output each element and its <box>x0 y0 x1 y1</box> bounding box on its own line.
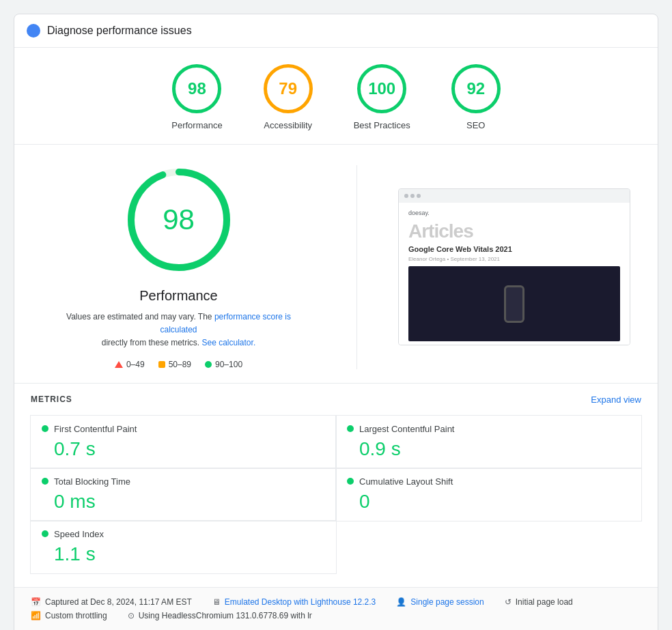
metric-si-dot <box>42 530 48 537</box>
footer-throttling-text: Custom throttling <box>45 611 107 620</box>
monitor-icon: 🖥 <box>212 597 221 607</box>
big-score-circle: 98 <box>124 165 234 274</box>
metric-fcp-value: 0.7 s <box>42 438 325 460</box>
legend-dot-icon <box>205 361 212 368</box>
score-label-seo: SEO <box>466 120 485 130</box>
footer-session: 👤 Single page session <box>396 597 484 607</box>
perf-desc-text3: directly from these metrics. <box>102 338 199 347</box>
screenshot-dot3 <box>417 194 421 198</box>
footer-section: 📅 Captured at Dec 8, 2024, 11:17 AM EST … <box>14 587 658 630</box>
screenshot-site: doesay. <box>408 210 620 216</box>
metric-tbt-dot <box>42 478 48 485</box>
legend-bad-range: 0–49 <box>126 360 145 369</box>
legend-good-range: 90–100 <box>215 360 242 369</box>
score-performance[interactable]: 98 Performance <box>171 64 222 130</box>
score-label-best-practices: Best Practices <box>354 120 410 130</box>
screenshot-article-title: Google Core Web Vitals 2021 <box>408 245 620 253</box>
metrics-title: METRICS <box>31 395 72 404</box>
metric-cls-value: 0 <box>347 491 630 513</box>
footer-info: 📅 Captured at Dec 8, 2024, 11:17 AM EST … <box>31 597 641 620</box>
legend-item-good: 90–100 <box>205 360 242 369</box>
header-icon <box>27 24 40 38</box>
metric-tbt-header: Total Blocking Time <box>42 476 325 487</box>
legend-item-bad: 0–49 <box>115 360 145 369</box>
metrics-header: METRICS Expand view <box>31 395 641 405</box>
metric-si-header: Speed Index <box>42 529 325 539</box>
score-seo[interactable]: 92 SEO <box>451 64 501 130</box>
calendar-icon: 📅 <box>31 597 41 607</box>
screenshot-dot2 <box>410 194 415 198</box>
footer-initial-load-text: Initial page load <box>516 597 573 607</box>
perf-desc-text1: Values are estimated and may vary. The <box>66 312 212 321</box>
score-label-accessibility: Accessibility <box>264 120 312 130</box>
metric-si-name: Speed Index <box>54 529 104 539</box>
perf-description: Values are estimated and may vary. The p… <box>49 311 309 350</box>
footer-throttling: 📶 Custom throttling <box>31 611 107 620</box>
metric-cls-dot <box>347 478 354 485</box>
metric-cls: Cumulative Layout Shift 0 <box>335 468 642 521</box>
see-calculator-link[interactable]: See calculator. <box>202 338 256 347</box>
metric-cls-header: Cumulative Layout Shift <box>347 476 630 487</box>
screenshot-image <box>408 266 620 341</box>
main-container: Diagnose performance issues 98 Performan… <box>14 14 658 630</box>
screenshot-dot1 <box>404 194 408 198</box>
chrome-icon: ⊙ <box>128 611 135 620</box>
score-label-performance: Performance <box>171 120 222 130</box>
refresh-icon: ↺ <box>505 597 512 607</box>
metrics-section: METRICS Expand view First Contentful Pai… <box>14 384 658 587</box>
legend-square-icon <box>158 361 165 368</box>
perf-title: Performance <box>139 288 218 304</box>
metric-lcp-header: Largest Contentful Paint <box>347 424 630 434</box>
header-title: Diagnose performance issues <box>47 25 192 37</box>
metric-lcp: Largest Contentful Paint 0.9 s <box>335 415 642 469</box>
legend-triangle-icon <box>115 361 123 368</box>
metric-si-value: 1.1 s <box>42 543 325 565</box>
metric-lcp-value: 0.9 s <box>347 438 630 460</box>
legend: 0–49 50–89 90–100 <box>115 360 242 369</box>
footer-device: 🖥 Emulated Desktop with Lighthouse 12.2.… <box>212 597 376 607</box>
metric-lcp-dot <box>347 425 354 432</box>
footer-captured-text: Captured at Dec 8, 2024, 11:17 AM EST <box>45 597 192 607</box>
footer-device-link[interactable]: Emulated Desktop with Lighthouse 12.2.3 <box>225 597 376 607</box>
person-icon: 👤 <box>396 597 406 607</box>
score-circle-accessibility: 79 <box>264 64 313 113</box>
big-score-text: 98 <box>163 203 195 236</box>
metric-tbt: Total Blocking Time 0 ms <box>30 468 337 521</box>
score-best-practices[interactable]: 100 Best Practices <box>354 64 410 130</box>
metric-fcp-header: First Contentful Paint <box>42 424 325 434</box>
screenshot-content: doesay. Articles Google Core Web Vitals … <box>399 203 630 345</box>
perf-left: 98 Performance Values are estimated and … <box>42 165 316 369</box>
footer-session-link[interactable]: Single page session <box>410 597 484 607</box>
metric-tbt-name: Total Blocking Time <box>54 476 130 487</box>
footer-browser: ⊙ Using HeadlessChromium 131.0.6778.69 w… <box>128 611 312 620</box>
screenshot-topbar <box>399 189 630 203</box>
footer-captured: 📅 Captured at Dec 8, 2024, 11:17 AM EST <box>31 597 192 607</box>
header: Diagnose performance issues <box>14 14 658 48</box>
metric-fcp-name: First Contentful Paint <box>54 424 137 434</box>
vertical-divider <box>356 165 357 369</box>
score-circle-best-practices: 100 <box>357 64 406 113</box>
scores-section: 98 Performance 79 Accessibility 100 Best… <box>14 48 658 145</box>
expand-view-button[interactable]: Expand view <box>591 395 641 405</box>
metric-lcp-name: Largest Contentful Paint <box>359 424 454 434</box>
metric-fcp: First Contentful Paint 0.7 s <box>30 415 337 469</box>
metric-tbt-value: 0 ms <box>42 491 325 513</box>
footer-initial-load: ↺ Initial page load <box>505 597 573 607</box>
perf-right: doesay. Articles Google Core Web Vitals … <box>398 165 630 369</box>
metric-si: Speed Index 1.1 s <box>30 520 337 574</box>
score-circle-performance: 98 <box>172 64 221 113</box>
metrics-grid: First Contentful Paint 0.7 s Largest Con… <box>31 416 641 573</box>
footer-browser-text: Using HeadlessChromium 131.0.6778.69 wit… <box>139 611 312 620</box>
phone-icon <box>504 285 524 323</box>
throttle-icon: 📶 <box>31 611 41 620</box>
screenshot-headline: Articles <box>408 220 620 242</box>
metric-fcp-dot <box>42 425 48 432</box>
screenshot-meta: Eleanor Ortega • September 13, 2021 <box>408 256 620 262</box>
score-circle-seo: 92 <box>451 64 501 113</box>
screenshot-preview: doesay. Articles Google Core Web Vitals … <box>398 188 630 345</box>
score-accessibility[interactable]: 79 Accessibility <box>264 64 313 130</box>
legend-item-medium: 50–89 <box>158 360 191 369</box>
metric-cls-name: Cumulative Layout Shift <box>359 476 453 487</box>
legend-medium-range: 50–89 <box>169 360 191 369</box>
main-content: 98 Performance Values are estimated and … <box>14 145 658 384</box>
